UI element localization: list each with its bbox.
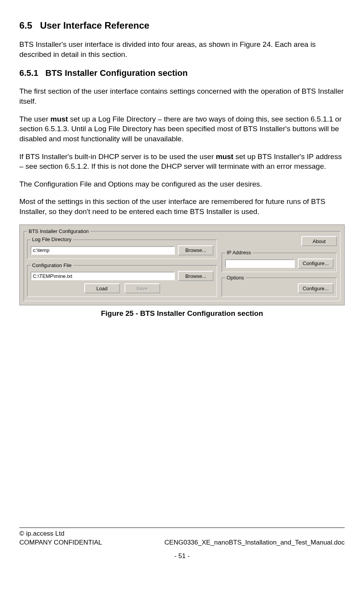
fieldset-ip-address: IP Address Configure...	[222, 249, 337, 272]
fieldset-configuration-file: Configuration File Browse... Load Save	[27, 262, 217, 297]
legend: BTS Installer Configuration	[27, 228, 90, 235]
heading-6-5: 6.5 User Interface Reference	[19, 19, 345, 32]
legend: Options	[225, 274, 246, 281]
configuration-file-input[interactable]	[31, 272, 175, 280]
page-footer: © ip.access Ltd COMPANY CONFIDENTIAL CEN…	[19, 528, 345, 547]
load-button[interactable]: Load	[84, 283, 120, 293]
browse-log-button[interactable]: Browse...	[178, 245, 214, 255]
save-button[interactable]: Save	[125, 283, 160, 293]
legend: Log File Directory	[31, 236, 73, 243]
heading-number: 6.5	[19, 20, 32, 31]
figure-caption: Figure 25 - BTS Installer Configuration …	[19, 308, 345, 319]
emphasis-must: must	[50, 115, 68, 123]
paragraph: Most of the settings in this section of …	[19, 197, 345, 216]
ip-address-input[interactable]	[225, 259, 295, 268]
legend: IP Address	[225, 249, 253, 256]
browse-config-button[interactable]: Browse...	[178, 271, 214, 281]
bts-installer-config-panel: BTS Installer Configuration Log File Dir…	[19, 224, 345, 306]
heading-6-5-1: 6.5.1 BTS Installer Configuration sectio…	[19, 67, 345, 79]
page-number: - 51 -	[19, 552, 345, 561]
paragraph: The user must set up a Log File Director…	[19, 114, 345, 144]
fieldset-options: Options Configure...	[222, 274, 337, 297]
paragraph: The first section of the user interface …	[19, 86, 345, 106]
fieldset-log-file-directory: Log File Directory Browse...	[27, 236, 217, 259]
configure-ip-button[interactable]: Configure...	[298, 259, 333, 269]
heading-title: User Interface Reference	[40, 20, 149, 31]
heading-title: BTS Installer Configuration section	[45, 68, 188, 78]
emphasis-must: must	[216, 152, 233, 161]
log-file-directory-input[interactable]	[31, 246, 175, 255]
legend: Configuration File	[31, 262, 73, 269]
configure-options-button[interactable]: Configure...	[298, 283, 333, 293]
heading-number: 6.5.1	[19, 68, 38, 78]
paragraph: BTS Installer's user interface is divide…	[19, 39, 345, 59]
fieldset-bts-installer-configuration: BTS Installer Configuration Log File Dir…	[24, 228, 340, 301]
footer-docname: CENG0336_XE_nanoBTS_Installation_and_Tes…	[164, 538, 345, 547]
footer-confidential: COMPANY CONFIDENTIAL	[19, 538, 102, 547]
about-button[interactable]: About	[301, 236, 337, 246]
paragraph: If BTS Installer's built-in DHCP server …	[19, 152, 345, 171]
footer-copyright: © ip.access Ltd	[19, 529, 345, 538]
paragraph: The Configuration File and Options may b…	[19, 179, 345, 189]
